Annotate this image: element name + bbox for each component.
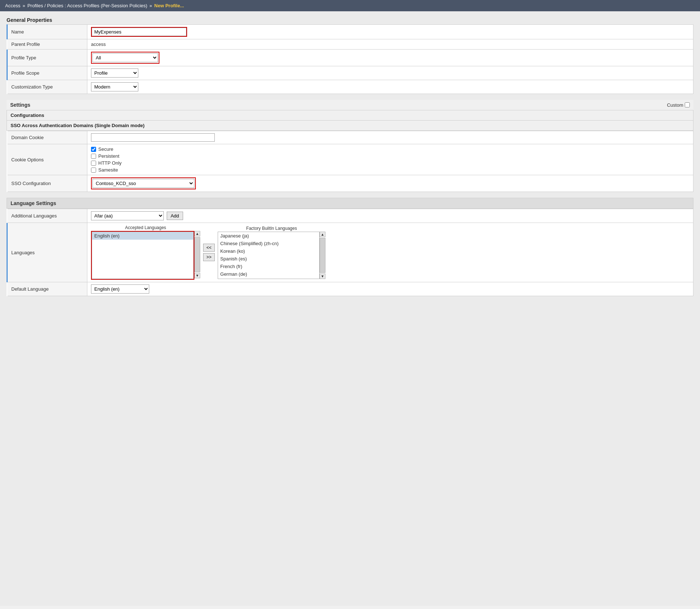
factory-languages-listbox[interactable]: Japanese (ja) Chinese (Simplified) (zh-c… [218, 232, 320, 279]
cookie-options-group: Secure Persistent HTTP Only Samesit [91, 146, 689, 173]
profile-scope-value-cell: Profile Virtual Server Named [87, 66, 693, 80]
language-settings-section: Language Settings Additional Languages A… [7, 198, 693, 296]
cookie-options-label: Cookie Options [7, 144, 87, 175]
domain-cookie-label: Domain Cookie [7, 131, 87, 144]
profile-type-value-cell: All LTM SSL-VPN Modern [87, 50, 693, 66]
languages-value-cell: Accepted Languages English (en) ▲ [87, 223, 693, 282]
secure-label: Secure [98, 146, 113, 152]
profile-type-select[interactable]: All LTM SSL-VPN Modern [92, 53, 158, 62]
default-language-row: Default Language English (en) Japanese (… [7, 282, 693, 296]
settings-row: Settings Custom [7, 100, 693, 110]
additional-languages-row: Additional Languages Afar (aa) English (… [7, 209, 693, 223]
move-right-button[interactable]: >> [203, 253, 215, 261]
nav-access[interactable]: Access [5, 3, 20, 8]
customization-type-select[interactable]: Modern Standard [91, 82, 138, 91]
languages-row: Languages Accepted Languages English (en… [7, 223, 693, 282]
parent-profile-value: access [87, 39, 693, 50]
factory-languages-heading: Factory BuiltIn Languages [218, 226, 325, 231]
samesite-label: Samesite [98, 167, 118, 173]
http-only-label: HTTP Only [98, 160, 122, 166]
sso-config-row: SSO Configuration Contoso_KCD_sso None [7, 175, 693, 192]
profile-type-label: Profile Type [7, 50, 87, 66]
domain-cookie-input[interactable] [91, 133, 215, 142]
http-only-option: HTTP Only [91, 160, 689, 166]
sso-config-highlight-box: Contoso_KCD_sso None [91, 177, 196, 189]
move-left-button[interactable]: << [203, 244, 215, 252]
parent-profile-text: access [91, 42, 106, 47]
factory-scroll-down[interactable]: ▼ [320, 274, 325, 279]
language-settings-heading: Language Settings [7, 198, 693, 209]
secure-option: Secure [91, 146, 689, 152]
persistent-checkbox[interactable] [91, 154, 96, 159]
persistent-option: Persistent [91, 153, 689, 159]
customization-type-value-cell: Modern Standard [87, 80, 693, 94]
accepted-languages-heading: Accepted Languages [91, 225, 200, 230]
scroll-down-arrow[interactable]: ▼ [194, 273, 200, 278]
name-row: Name [7, 25, 693, 39]
list-item[interactable]: Japanese (ja) [218, 232, 319, 240]
configurations-heading: Configurations [7, 110, 693, 121]
list-item[interactable]: German (de) [218, 270, 319, 278]
name-input[interactable] [92, 28, 186, 36]
profile-type-row: Profile Type All LTM SSL-VPN Modern [7, 50, 693, 66]
samesite-option: Samesite [91, 167, 689, 173]
name-highlight-box [91, 27, 187, 37]
list-item[interactable]: Korean (ko) [218, 247, 319, 255]
language-settings-table: Additional Languages Afar (aa) English (… [7, 209, 693, 296]
nav-sep2: » [150, 3, 152, 8]
domain-cookie-row: Domain Cookie [7, 131, 693, 144]
parent-profile-row: Parent Profile access [7, 39, 693, 50]
profile-type-highlight-box: All LTM SSL-VPN Modern [91, 52, 159, 64]
factory-scrollbar: ▲ ▼ [320, 232, 325, 279]
custom-checkbox-container: Custom [667, 102, 690, 108]
customization-type-row: Customization Type Modern Standard [7, 80, 693, 94]
sso-heading: SSO Across Authentication Domains (Singl… [7, 121, 693, 131]
general-properties-table: Name Parent Profile access [7, 24, 693, 94]
nav-profiles-policies[interactable]: Profiles / Policies : Access Profiles (P… [27, 3, 147, 8]
accepted-languages-highlight: English (en) [91, 231, 194, 280]
accepted-scrollbar: ▲ ▼ [194, 231, 200, 278]
sso-config-label: SSO Configuration [7, 175, 87, 192]
accepted-languages-container: Accepted Languages English (en) ▲ [91, 225, 200, 280]
cookie-options-value-cell: Secure Persistent HTTP Only Samesit [87, 144, 693, 175]
secure-checkbox[interactable] [91, 147, 96, 152]
profile-scope-select[interactable]: Profile Virtual Server Named [91, 68, 138, 78]
cookie-options-row: Cookie Options Secure Persistent [7, 144, 693, 175]
additional-languages-value-cell: Afar (aa) English (en) Spanish (es) Fren… [87, 209, 693, 223]
profile-scope-label: Profile Scope [7, 66, 87, 80]
list-item[interactable]: French (fr) [218, 263, 319, 270]
http-only-checkbox[interactable] [91, 161, 96, 166]
default-language-select[interactable]: English (en) Japanese (ja) Spanish (es) [91, 284, 149, 294]
settings-section: Settings Custom Configurations SSO Acros… [7, 100, 693, 192]
general-properties-section: General Properties Name Parent Profile [7, 17, 693, 94]
list-item[interactable]: Spanish (es) [218, 255, 319, 263]
nav-new-profile: New Profile... [154, 3, 184, 8]
additional-languages-select[interactable]: Afar (aa) English (en) Spanish (es) Fren… [91, 211, 164, 220]
sso-configuration-select[interactable]: Contoso_KCD_sso None [92, 179, 194, 188]
custom-checkbox[interactable] [685, 102, 690, 107]
accepted-languages-listbox[interactable]: English (en) [92, 232, 194, 279]
general-properties-heading: General Properties [7, 17, 693, 23]
default-language-value-cell: English (en) Japanese (ja) Spanish (es) [87, 282, 693, 296]
scroll-track [194, 237, 200, 272]
top-navigation: Access » Profiles / Policies : Access Pr… [0, 0, 700, 11]
factory-languages-container: Factory BuiltIn Languages Japanese (ja) … [218, 226, 325, 279]
factory-scroll-up[interactable]: ▲ [320, 232, 325, 237]
custom-label: Custom [667, 102, 683, 108]
domain-cookie-value-cell [87, 131, 693, 144]
samesite-checkbox[interactable] [91, 168, 96, 173]
customization-type-label: Customization Type [7, 80, 87, 94]
sso-table: Domain Cookie Cookie Options Secure [7, 131, 693, 192]
additional-languages-label: Additional Languages [7, 209, 87, 223]
list-item[interactable]: English (en) [92, 232, 193, 240]
transfer-buttons: << >> [203, 244, 215, 261]
sso-config-value-cell: Contoso_KCD_sso None [87, 175, 693, 192]
add-language-button[interactable]: Add [167, 212, 183, 220]
parent-profile-label: Parent Profile [7, 39, 87, 50]
list-item[interactable]: Chinese (Simplified) (zh-cn) [218, 240, 319, 247]
lang-lists-container: Accepted Languages English (en) ▲ [91, 225, 689, 280]
settings-heading: Settings [10, 102, 30, 108]
persistent-label: Persistent [98, 153, 119, 159]
scroll-up-arrow[interactable]: ▲ [194, 231, 200, 236]
profile-scope-row: Profile Scope Profile Virtual Server Nam… [7, 66, 693, 80]
